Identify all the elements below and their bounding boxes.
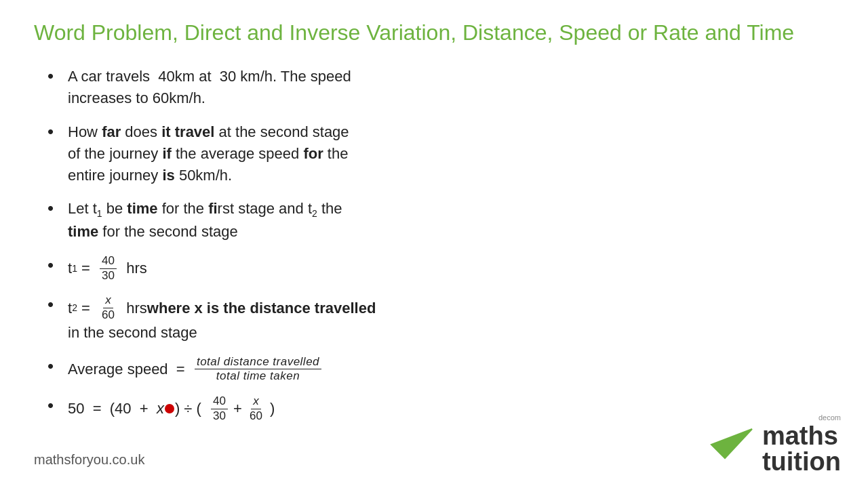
list-item: • t2 = x 60 hrswhere x is the distance t… [47,294,834,343]
svg-marker-0 [711,429,752,458]
logo-text: decom maths tuition [762,414,841,474]
bullet-point: • [47,356,68,377]
logo-tuition-label: tuition [762,449,841,474]
list-item: • t1 = 40 30 hrs [47,255,834,282]
bullet-text-3: Let t1 be time for the first stage and t… [68,198,342,243]
bullet-text-1: A car travels 40km at 30 km/h. The speed… [68,66,351,109]
fraction-40-30: 40 30 [100,255,117,282]
fraction-x-60: x 60 [100,294,117,321]
bullet-text-6: Average speed = total distance travelled… [68,356,323,383]
list-item: • How far does it travel at the second s… [47,121,834,186]
logo-area: decom maths tuition [708,414,841,474]
bullet-text-5: t2 = x 60 hrswhere x is the distance tra… [68,294,376,343]
fraction-x-60-eq: x 60 [248,395,264,422]
fraction-40-30-eq: 40 30 [211,395,228,422]
page-container: Word Problem, Direct and Inverse Variati… [0,0,868,488]
page-title: Word Problem, Direct and Inverse Variati… [34,20,834,45]
bullet-text-7: 50 = (40 + x) ÷ ( 40 30 + x 60 ) [68,395,275,422]
logo-decom: decom [818,414,841,422]
bullet-point: • [47,198,68,219]
footer-url: mathsforyou.co.uk [34,452,144,468]
red-dot-annotation [165,404,174,413]
checkmark-icon [708,421,755,468]
bullet-point: • [47,294,68,315]
bullet-point: • [47,255,68,276]
list-item: • Let t1 be time for the first stage and… [47,198,834,243]
list-item: • Average speed = total distance travell… [47,356,834,383]
fraction-avg-speed: total distance travelled total time take… [195,356,321,383]
content-area: • A car travels 40km at 30 km/h. The spe… [34,66,834,422]
bullet-point: • [47,121,68,142]
bullet-text-2: How far does it travel at the second sta… [68,121,349,186]
list-item: • A car travels 40km at 30 km/h. The spe… [47,66,834,109]
logo-maths-label: maths [762,423,838,449]
bullet-point: • [47,395,68,416]
bullet-point: • [47,66,68,87]
bullet-text-4: t1 = 40 30 hrs [68,255,147,282]
